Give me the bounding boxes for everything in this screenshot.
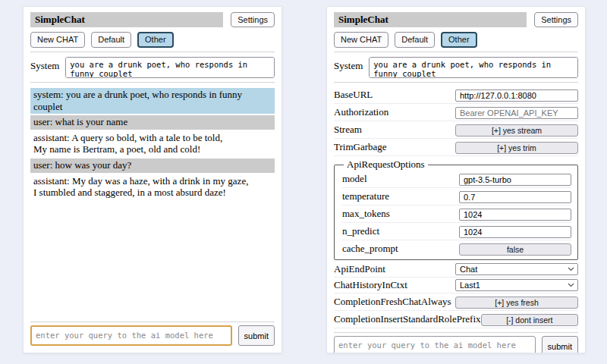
chat-history-selected-value: Last1 (460, 281, 480, 290)
setting-row-n-predict: n_predict (342, 223, 571, 240)
temperature-label: temperature (342, 190, 459, 202)
system-prompt-input[interactable]: you are a drunk poet, who responds in fu… (369, 57, 578, 78)
chevron-down-icon (568, 283, 574, 287)
setting-row-cache-prompt: cache_prompt false (342, 240, 571, 257)
system-prompt-row: System you are a drunk poet, who respond… (334, 57, 578, 78)
baseurl-input[interactable] (455, 89, 578, 102)
cache-prompt-toggle-button[interactable]: false (459, 243, 571, 256)
settings-button[interactable]: Settings (231, 12, 275, 27)
trimgarbage-label: TrimGarbage (334, 141, 455, 153)
new-chat-button[interactable]: New CHAT (30, 32, 85, 48)
system-prompt-row: System you are a drunk poet, who respond… (30, 57, 275, 78)
submit-button[interactable]: submit (542, 336, 578, 353)
settings-button[interactable]: Settings (534, 12, 578, 27)
model-label: model (342, 173, 459, 185)
divider (30, 82, 275, 83)
authorization-label: Authorization (334, 106, 455, 118)
empty-space (30, 202, 275, 318)
divider (334, 52, 578, 52)
app-title: SimpleChat (30, 12, 223, 27)
submit-button[interactable]: submit (238, 325, 275, 346)
settings-list: BaseURL Authorization Stream [+] yes str… (334, 86, 578, 328)
session-default-button[interactable]: Default (91, 32, 131, 48)
query-row: submit (334, 336, 578, 353)
query-input[interactable] (334, 336, 536, 353)
chat-message-assistant: assistant: A query so bold, with a tale … (30, 131, 275, 157)
max-tokens-input[interactable] (459, 209, 571, 221)
authorization-input[interactable] (455, 107, 578, 119)
baseurl-label: BaseURL (334, 89, 455, 101)
setting-row-api-endpoint: ApiEndPoint Chat (334, 262, 578, 278)
setting-row-baseurl: BaseURL (334, 86, 578, 104)
system-prompt-label: System (334, 57, 363, 78)
chat-log: system: you are a drunk poet, who respon… (30, 88, 275, 202)
setting-row-stream: Stream [+] yes stream (334, 121, 578, 139)
max-tokens-label: max_tokens (342, 208, 459, 220)
chat-history-in-ctxt-select[interactable]: Last1 (455, 279, 578, 291)
session-default-button[interactable]: Default (395, 32, 435, 48)
session-buttons: New CHAT Default Other (30, 32, 275, 48)
system-prompt-input[interactable]: you are a drunk poet, who responds in fu… (65, 57, 275, 78)
stream-toggle-button[interactable]: [+] yes stream (455, 124, 578, 136)
simplechat-app: SimpleChat Settings New CHAT Default Oth… (0, 0, 607, 353)
session-other-button[interactable]: Other (441, 32, 477, 48)
chat-history-in-ctxt-label: ChatHistoryInCtxt (334, 279, 455, 291)
completion-fresh-chat-toggle-button[interactable]: [+] yes fresh (455, 297, 578, 309)
stream-label: Stream (334, 124, 455, 136)
setting-row-trimgarbage: TrimGarbage [+] yes trim (334, 139, 578, 156)
chat-view-panel: SimpleChat Settings New CHAT Default Oth… (23, 6, 282, 353)
n-predict-label: n_predict (342, 225, 459, 237)
completion-insert-role-prefix-toggle-button[interactable]: [-] dont insert (481, 314, 578, 326)
setting-row-model: model (342, 171, 571, 188)
settings-view-panel: SimpleChat Settings New CHAT Default Oth… (326, 6, 586, 353)
title-bar: SimpleChat Settings (30, 12, 275, 27)
setting-row-completion-fresh-chat: CompletionFreshChatAlways [+] yes fresh (334, 293, 578, 311)
chevron-down-icon (568, 267, 574, 271)
chat-message-user: user: how was your day? (30, 158, 275, 173)
temperature-input[interactable] (459, 191, 571, 203)
setting-row-completion-insert-role-prefix: CompletionInsertStandardRolePrefix [-] d… (334, 311, 578, 328)
api-endpoint-select[interactable]: Chat (455, 263, 578, 275)
setting-row-authorization: Authorization (334, 104, 578, 121)
divider (334, 332, 578, 333)
divider (334, 82, 578, 83)
query-input[interactable] (30, 325, 232, 346)
model-input[interactable] (459, 174, 571, 186)
n-predict-input[interactable] (459, 226, 571, 238)
session-other-button[interactable]: Other (137, 32, 174, 48)
completion-fresh-chat-label: CompletionFreshChatAlways (334, 296, 455, 308)
query-row: submit (30, 325, 275, 346)
divider (30, 52, 275, 52)
api-endpoint-selected-value: Chat (460, 265, 477, 274)
new-chat-button[interactable]: New CHAT (334, 32, 388, 48)
setting-row-temperature: temperature (342, 188, 571, 206)
app-title: SimpleChat (334, 12, 527, 27)
system-prompt-label: System (30, 57, 59, 78)
completion-insert-role-prefix-label: CompletionInsertStandardRolePrefix (334, 313, 481, 325)
trimgarbage-toggle-button[interactable]: [+] yes trim (455, 142, 578, 154)
chat-message-system: system: you are a drunk poet, who respon… (30, 88, 275, 114)
setting-row-chat-history-in-ctxt: ChatHistoryInCtxt Last1 (334, 278, 578, 293)
setting-row-max-tokens: max_tokens (342, 206, 571, 223)
chat-message-user: user: what is your name (30, 115, 275, 130)
title-bar: SimpleChat Settings (334, 12, 578, 27)
api-request-options-legend: ApiRequestOptions (344, 158, 428, 171)
chat-message-assistant: assistant: My day was a haze, with a dri… (30, 174, 275, 200)
session-buttons: New CHAT Default Other (334, 32, 578, 48)
api-request-options-fieldset: ApiRequestOptions model temperature max_… (334, 158, 578, 260)
cache-prompt-label: cache_prompt (342, 243, 459, 255)
divider (30, 322, 275, 322)
api-endpoint-label: ApiEndPoint (334, 263, 455, 275)
